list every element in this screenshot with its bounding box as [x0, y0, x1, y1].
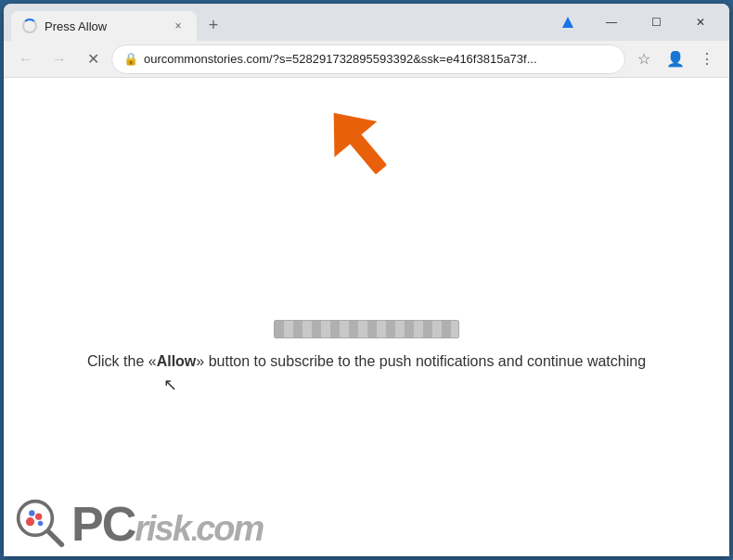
page-content: Click the «Allow» button to subscribe to…: [4, 78, 729, 556]
profile-button[interactable]: 👤: [661, 45, 690, 74]
window-controls: — ☐ ✕: [583, 7, 722, 37]
bookmark-button[interactable]: ☆: [629, 45, 659, 74]
progress-bar: [274, 320, 459, 338]
instruction-suffix: » button to subscribe to the push notifi…: [196, 353, 646, 369]
title-bar: Press Allow × + — ☐ ✕: [4, 4, 729, 41]
back-button[interactable]: ←: [11, 45, 41, 74]
tab-loading-spinner: [22, 19, 37, 33]
url-text: ourcommonstories.com/?s=5282917328955933…: [144, 52, 613, 66]
instruction-text: Click the «Allow» button to subscribe to…: [69, 353, 664, 370]
minimize-button[interactable]: —: [590, 7, 633, 37]
maximize-button[interactable]: ☐: [635, 7, 677, 37]
progress-bar-fill: [275, 321, 458, 337]
pcrisk-logo-text: PCrisk.com: [71, 500, 263, 548]
toolbar: ← → ✕ 🔒 ourcommonstories.com/?s=52829173…: [4, 41, 729, 78]
instruction-bold: Allow: [157, 353, 197, 369]
tab-title: Press Allow: [45, 19, 163, 33]
tab-close-button[interactable]: ×: [171, 19, 186, 33]
stop-button[interactable]: ✕: [78, 45, 108, 74]
browser-window: Press Allow × + — ☐ ✕ ← → ✕ 🔒 ourcommons…: [4, 4, 729, 556]
pcrisk-pc: PC: [71, 497, 135, 551]
extension-icon[interactable]: [553, 7, 583, 37]
instruction-prefix: Click the «: [87, 353, 157, 369]
active-tab[interactable]: Press Allow ×: [11, 11, 197, 41]
close-button[interactable]: ✕: [679, 7, 722, 37]
forward-button[interactable]: →: [45, 45, 74, 74]
magnify-icon: [15, 498, 66, 549]
svg-point-5: [26, 517, 34, 526]
svg-line-3: [47, 530, 62, 545]
pcrisk-watermark: PCrisk.com: [4, 490, 274, 556]
lock-icon: 🔒: [123, 52, 138, 66]
tab-strip: Press Allow × +: [11, 4, 549, 41]
svg-point-7: [29, 510, 34, 515]
arrow-indicator: [311, 96, 422, 211]
svg-point-4: [19, 502, 53, 536]
content-center: Click the «Allow» button to subscribe to…: [69, 320, 664, 370]
svg-point-8: [38, 521, 44, 527]
toolbar-right: ☆ 👤 ⋮: [629, 45, 722, 74]
svg-point-6: [35, 514, 42, 520]
svg-marker-0: [562, 17, 573, 28]
cursor-indicator: ↖: [163, 375, 177, 395]
pcrisk-risk: risk: [135, 509, 190, 548]
menu-button[interactable]: ⋮: [692, 45, 722, 74]
pcrisk-com: com: [196, 509, 263, 548]
new-tab-button[interactable]: +: [200, 12, 226, 38]
address-bar[interactable]: 🔒 ourcommonstories.com/?s=52829173289559…: [111, 45, 625, 74]
